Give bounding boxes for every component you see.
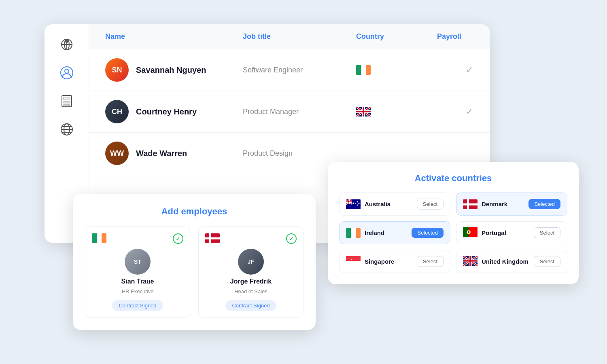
employee-name: Wade Warren	[136, 149, 187, 158]
svg-rect-14	[66, 104, 68, 106]
country-row-ireland: Ireland Selected	[339, 221, 450, 244]
svg-rect-15	[68, 104, 70, 106]
ireland-flag-icon	[346, 228, 361, 238]
countries-grid: Australia Select Denmark Selecte	[339, 193, 567, 273]
svg-point-4	[65, 40, 68, 43]
denmark-flag-icon	[463, 199, 478, 209]
header-payroll: Payroll	[437, 32, 490, 41]
ireland-flag-icon	[92, 233, 106, 243]
table-row: CH Courtney Henry Product Manager ✓	[89, 91, 490, 133]
job-title: Product Design	[243, 149, 356, 158]
employee-name-cell: WW Wade Warren	[105, 142, 243, 165]
header-name: Name	[105, 32, 243, 41]
avatar: ST	[125, 249, 151, 275]
svg-point-27	[359, 203, 360, 204]
header-job-title: Job title	[243, 32, 356, 41]
employee-card-item: ✓ JF Jorge Fredrik Head of Sales Contrac…	[198, 226, 304, 318]
check-circle-icon: ✓	[286, 233, 297, 244]
svg-point-26	[357, 201, 358, 202]
svg-rect-13	[64, 104, 66, 106]
select-button-uk[interactable]: Select	[534, 256, 560, 267]
header-country: Country	[356, 32, 437, 41]
select-button-australia[interactable]: Select	[417, 199, 444, 210]
svg-rect-38	[468, 231, 469, 233]
svg-rect-33	[463, 203, 478, 205]
svg-rect-22	[205, 237, 220, 239]
svg-rect-11	[66, 102, 68, 103]
employee-name: Courtney Henry	[136, 107, 197, 116]
employee-role: Head of Sales	[234, 288, 267, 294]
activate-countries-card: Activate countries	[328, 162, 579, 284]
globe-pin-icon[interactable]	[59, 36, 75, 53]
selected-button-denmark[interactable]: Selected	[528, 199, 560, 209]
ireland-flag-icon	[356, 65, 371, 75]
add-employees-card: Add employees ✓ ST Sian Traue HR Executi…	[73, 194, 316, 330]
employee-name-cell: SN Savannah Nguyen	[105, 58, 243, 82]
country-name: Australia	[365, 201, 391, 207]
globe-icon[interactable]	[59, 121, 75, 138]
country-name: Ireland	[365, 229, 384, 236]
uk-flag-icon	[463, 256, 478, 267]
avatar: CH	[105, 100, 129, 123]
svg-rect-40	[346, 256, 361, 261]
country-name: Portugal	[482, 229, 506, 236]
check-circle-icon: ✓	[173, 233, 183, 244]
payroll-check: ✓	[437, 65, 490, 75]
svg-rect-10	[64, 102, 66, 103]
country-row-australia: Australia Select	[339, 193, 450, 216]
country-row-denmark: Denmark Selected	[456, 193, 567, 216]
employee-name-cell: CH Courtney Henry	[105, 100, 243, 123]
australia-flag-icon	[346, 199, 361, 209]
country-row-uk: United Kingdom Select	[456, 250, 567, 273]
avatar: JF	[238, 249, 264, 275]
portugal-flag-icon	[463, 227, 478, 238]
svg-point-7	[65, 69, 69, 73]
employees-grid: ✓ ST Sian Traue HR Executive Contract Si…	[85, 226, 304, 318]
country-name: Singapore	[365, 258, 394, 265]
payroll-check: ✓	[437, 106, 490, 117]
contract-badge: Contract Signed	[112, 300, 163, 311]
avatar: WW	[105, 142, 129, 165]
singapore-flag-icon	[346, 256, 361, 267]
denmark-flag-icon	[205, 233, 220, 243]
employee-card-item: ✓ ST Sian Traue HR Executive Contract Si…	[85, 226, 190, 318]
table-header: Name Job title Country Payroll	[89, 24, 490, 49]
job-title: Software Engineer	[243, 66, 356, 74]
country-flag	[356, 107, 437, 116]
calculator-icon[interactable]	[59, 93, 75, 109]
selected-button-ireland[interactable]: Selected	[412, 228, 444, 238]
employee-name: Jorge Fredrik	[230, 278, 272, 285]
svg-rect-9	[64, 97, 70, 100]
country-flag	[356, 65, 437, 75]
country-row-portugal: Portugal Select	[456, 221, 567, 244]
employee-name: Sian Traue	[121, 278, 154, 285]
employee-role: HR Executive	[122, 288, 154, 294]
user-circle-icon[interactable]	[59, 65, 75, 81]
employee-name: Savannah Nguyen	[136, 66, 206, 75]
country-name: Denmark	[482, 201, 507, 207]
svg-point-29	[355, 203, 356, 204]
uk-flag-icon	[356, 107, 371, 116]
job-title: Product Manager	[243, 108, 356, 116]
svg-rect-12	[68, 102, 70, 103]
select-button-portugal[interactable]: Select	[534, 227, 560, 238]
table-row: SN Savannah Nguyen Software Engineer ✓	[89, 49, 490, 91]
svg-point-28	[357, 204, 358, 205]
contract-badge: Contract Signed	[225, 300, 276, 311]
select-button-singapore[interactable]: Select	[417, 256, 444, 267]
country-name: United Kingdom	[482, 258, 528, 265]
add-employees-title: Add employees	[85, 206, 304, 217]
country-row-singapore: Singapore Select	[339, 250, 450, 273]
avatar: SN	[105, 58, 129, 82]
activate-countries-title: Activate countries	[339, 173, 567, 184]
